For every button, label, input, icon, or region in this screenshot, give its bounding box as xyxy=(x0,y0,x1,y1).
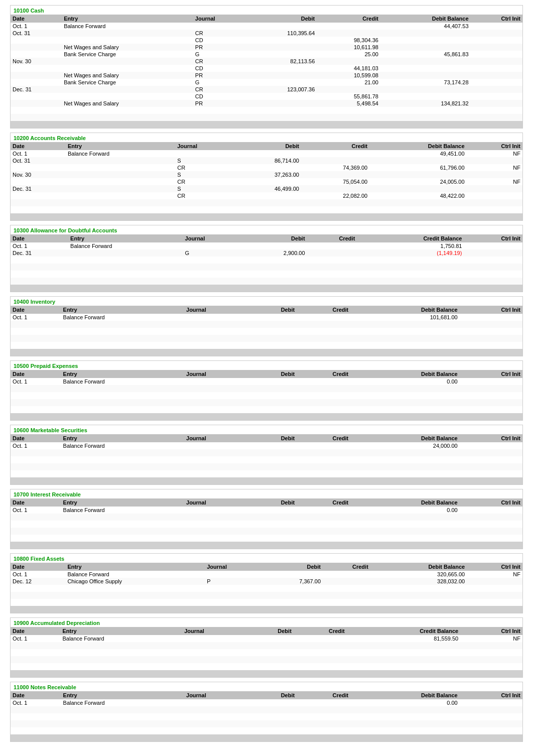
account-title-10400: 10400 Inventory xyxy=(11,297,522,306)
footer-cell xyxy=(262,606,323,613)
spacer-cell xyxy=(243,264,307,271)
col-header-4: Credit xyxy=(323,563,370,571)
cell-3-5 xyxy=(380,44,471,51)
cell-5-2: CR xyxy=(193,58,246,65)
cell-11-2: PR xyxy=(193,100,246,107)
cell-0-3 xyxy=(249,442,297,449)
table-row: Net Wages and SalaryPR5,498.54134,821.32 xyxy=(11,100,522,107)
spacer-cell xyxy=(297,335,350,342)
col-header-2: Journal xyxy=(184,691,249,699)
account-table-10100: DateEntryJournalDebitCreditDebit Balance… xyxy=(11,15,522,128)
spacer-cell xyxy=(347,642,460,649)
spacer-cell xyxy=(249,335,297,342)
col-header-5: Debit Balance xyxy=(380,15,471,23)
cell-1-5 xyxy=(380,30,471,37)
cell-0-2 xyxy=(184,442,249,449)
spacer-cell xyxy=(350,727,459,734)
table-row: CD98,304.36 xyxy=(11,37,522,44)
spacer-row xyxy=(11,528,522,535)
cell-6-2: CD xyxy=(193,65,246,72)
spacer-cell xyxy=(11,264,68,271)
cell-11-5: 134,821.32 xyxy=(380,100,471,107)
spacer-row xyxy=(11,720,522,727)
cell-1-2: CR xyxy=(193,30,246,37)
cell-8-4: 21.00 xyxy=(317,79,380,86)
cell-0-6 xyxy=(464,242,522,249)
account-title-10100: 10100 Cash xyxy=(11,6,522,15)
col-header-6: Ctrl Init xyxy=(460,434,522,442)
spacer-cell xyxy=(182,656,246,663)
cell-0-6 xyxy=(460,442,522,449)
col-header-4: Credit xyxy=(297,306,350,314)
spacer-cell xyxy=(11,392,61,399)
col-header-0: Date xyxy=(11,306,61,314)
cell-1-3: 110,395.64 xyxy=(246,30,317,37)
cell-1-5: 328,032.00 xyxy=(370,578,467,585)
footer-cell xyxy=(350,734,459,741)
cell-10-3 xyxy=(246,93,317,100)
footer-cell xyxy=(243,285,307,292)
cell-1-4 xyxy=(301,157,369,164)
cell-1-2: S xyxy=(175,157,232,164)
cell-5-6 xyxy=(471,58,522,65)
cell-0-5: 0.00 xyxy=(350,699,459,706)
spacer-cell xyxy=(61,449,184,456)
footer-cell xyxy=(65,606,205,613)
account-block-10500: 10500 Prepaid ExpensesDateEntryJournalDe… xyxy=(10,360,523,421)
table-row: CD55,861.78 xyxy=(11,93,522,100)
cell-5-5 xyxy=(380,58,471,65)
footer-cell xyxy=(175,213,232,220)
spacer-row xyxy=(11,656,522,663)
cell-2-3 xyxy=(246,37,317,44)
table-row: Oct. 1Balance Forward0.00 xyxy=(11,699,522,706)
footer-row xyxy=(11,542,522,549)
spacer-cell xyxy=(61,342,184,349)
spacer-cell xyxy=(184,521,249,528)
account-table-10600: DateEntryJournalDebitCreditDebit Balance… xyxy=(11,434,522,484)
spacer-cell xyxy=(11,278,68,285)
spacer-cell xyxy=(61,528,184,535)
cell-6-0 xyxy=(11,65,62,72)
footer-cell xyxy=(460,542,522,549)
col-header-6: Ctrl Init xyxy=(464,234,522,242)
spacer-cell xyxy=(11,456,61,463)
spacer-cell xyxy=(370,585,467,592)
spacer-cell xyxy=(262,599,323,606)
spacer-cell xyxy=(61,514,184,521)
spacer-cell xyxy=(11,342,61,349)
footer-cell xyxy=(297,542,350,549)
cell-7-1: Net Wages and Salary xyxy=(62,72,193,79)
cell-0-0: Oct. 1 xyxy=(11,150,66,157)
account-table-10700: DateEntryJournalDebitCreditDebit Balance… xyxy=(11,498,522,549)
spacer-cell xyxy=(350,514,459,521)
col-header-3: Debit xyxy=(243,234,307,242)
footer-cell xyxy=(307,285,357,292)
cell-11-0 xyxy=(11,100,62,107)
cell-6-3 xyxy=(246,65,317,72)
cell-1-5 xyxy=(369,157,466,164)
spacer-cell xyxy=(65,599,205,606)
cell-0-4 xyxy=(297,314,350,321)
spacer-cell xyxy=(184,321,249,328)
cell-0-4 xyxy=(294,635,347,642)
cell-4-1 xyxy=(66,178,175,185)
table-row: Dec. 12Chicago Office SupplyP7,367.00328… xyxy=(11,578,522,585)
spacer-row xyxy=(11,585,522,592)
spacer-cell xyxy=(294,649,347,656)
account-block-11000: 11000 Notes ReceivableDateEntryJournalDe… xyxy=(10,682,523,742)
spacer-cell xyxy=(249,456,297,463)
cell-0-1: Balance Forward xyxy=(61,378,184,385)
cell-1-2: P xyxy=(205,578,262,585)
spacer-cell xyxy=(61,392,184,399)
cell-5-4 xyxy=(317,58,380,65)
col-header-0: Date xyxy=(11,691,61,699)
col-header-0: Date xyxy=(11,15,62,23)
cell-2-1 xyxy=(66,164,175,171)
col-header-5: Debit Balance xyxy=(350,306,459,314)
cell-5-3: 82,113.56 xyxy=(246,58,317,65)
spacer-cell xyxy=(380,107,471,114)
table-row: Oct. 1Balance Forward320,665.00NF xyxy=(11,571,522,578)
cell-0-6 xyxy=(471,23,522,30)
spacer-cell xyxy=(61,456,184,463)
cell-0-3 xyxy=(249,314,297,321)
